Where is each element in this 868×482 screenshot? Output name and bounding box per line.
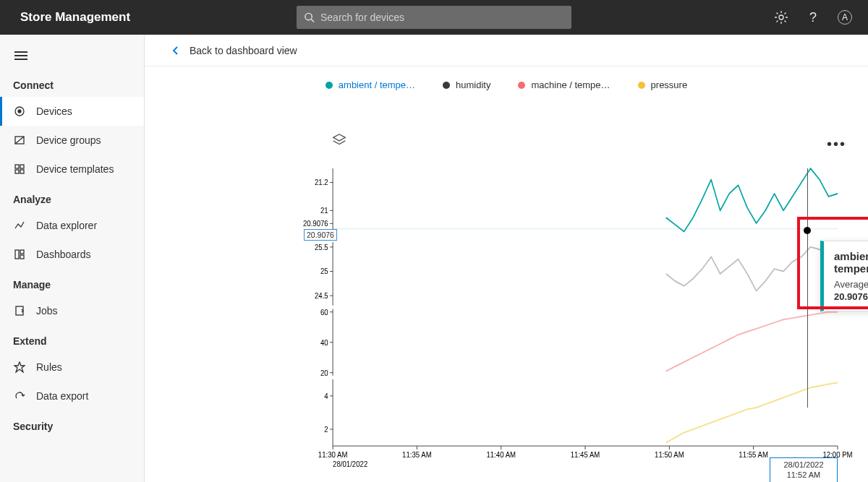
sidebar: Connect Devices Device groups Device tem… <box>0 35 145 482</box>
chart-layers-button[interactable] <box>331 132 347 151</box>
svg-text:21: 21 <box>320 205 328 215</box>
svg-marker-15 <box>14 362 25 372</box>
svg-rect-13 <box>20 255 24 259</box>
legend-item-machine[interactable]: machine / tempe… <box>518 79 610 90</box>
sidebar-item-label: Data explorer <box>36 220 97 231</box>
svg-text:21.2: 21.2 <box>315 177 328 186</box>
rules-icon <box>13 361 26 374</box>
groups-icon <box>13 134 26 147</box>
account-avatar[interactable]: A <box>838 10 852 25</box>
svg-text:11:55 AM: 11:55 AM <box>739 449 768 459</box>
svg-line-6 <box>15 137 24 144</box>
legend-item-pressure[interactable]: pressure <box>638 79 688 90</box>
chevron-left-icon <box>171 46 181 56</box>
sidebar-item-jobs[interactable]: Jobs <box>0 296 144 325</box>
search-icon <box>304 12 315 23</box>
svg-text:25: 25 <box>320 266 328 275</box>
svg-text:20: 20 <box>320 368 328 377</box>
svg-text:4: 4 <box>324 391 328 400</box>
sidebar-item-devices[interactable]: Devices <box>0 97 144 126</box>
svg-text:11:50 AM: 11:50 AM <box>655 449 684 459</box>
svg-rect-11 <box>15 250 19 259</box>
hamburger-icon[interactable] <box>0 42 144 69</box>
settings-icon[interactable] <box>774 10 788 25</box>
svg-text:20.9076: 20.9076 <box>303 218 328 228</box>
svg-text:40: 40 <box>320 337 328 347</box>
legend-item-humidity[interactable]: humidity <box>443 79 490 90</box>
sidebar-item-device-templates[interactable]: Device templates <box>0 155 144 184</box>
sidebar-item-data-export[interactable]: Data export <box>0 382 144 410</box>
x-cursor-tag: 28/01/2022 11:52 AM 28/01/2022 11:53 AM <box>770 457 838 482</box>
help-icon[interactable]: ? <box>806 10 820 25</box>
svg-point-4 <box>18 110 21 113</box>
back-link-label: Back to dashboard view <box>190 45 297 56</box>
svg-text:28/01/2022: 28/01/2022 <box>333 459 367 468</box>
svg-rect-8 <box>20 165 24 168</box>
svg-point-2 <box>779 15 783 20</box>
chart-area[interactable]: 21.22120.907625.52524.56040204211:30 AM1… <box>304 168 838 449</box>
explorer-icon <box>13 219 26 232</box>
svg-text:11:40 AM: 11:40 AM <box>486 449 516 459</box>
dashboards-icon <box>13 248 26 261</box>
y-cursor-tag: 20.9076 <box>304 229 337 241</box>
search-box[interactable] <box>297 6 571 29</box>
svg-text:11:30 AM: 11:30 AM <box>318 449 348 459</box>
chart-legend: ambient / tempe… humidity machine / temp… <box>145 66 868 93</box>
svg-rect-12 <box>20 250 24 254</box>
legend-item-ambient[interactable]: ambient / tempe… <box>326 79 415 90</box>
templates-icon <box>13 163 26 176</box>
svg-text:2: 2 <box>324 424 328 434</box>
sidebar-item-device-groups[interactable]: Device groups <box>0 126 144 155</box>
svg-text:11:35 AM: 11:35 AM <box>402 449 432 459</box>
sidebar-item-label: Device groups <box>36 134 101 146</box>
chart-more-icon[interactable]: ••• <box>827 136 846 152</box>
section-security: Security <box>0 410 144 438</box>
svg-text:25.5: 25.5 <box>315 242 328 251</box>
topbar-actions: ? A <box>774 10 868 25</box>
main-content: Back to dashboard view ambient / tempe… … <box>145 35 868 482</box>
svg-text:11:45 AM: 11:45 AM <box>571 449 600 459</box>
svg-line-1 <box>311 20 314 22</box>
devices-icon <box>13 105 26 118</box>
svg-point-0 <box>305 13 312 20</box>
svg-rect-10 <box>20 170 24 173</box>
sidebar-item-data-explorer[interactable]: Data explorer <box>0 211 144 240</box>
svg-rect-7 <box>15 165 19 168</box>
top-bar: Store Management ? A <box>0 0 868 35</box>
section-connect: Connect <box>0 69 144 97</box>
search-input[interactable] <box>320 12 564 23</box>
svg-rect-14 <box>16 306 23 315</box>
svg-marker-16 <box>333 134 346 141</box>
svg-rect-9 <box>15 170 19 173</box>
sidebar-item-label: Jobs <box>36 305 58 317</box>
section-analyze: Analyze <box>0 184 144 211</box>
jobs-icon <box>13 304 26 317</box>
svg-text:60: 60 <box>320 307 328 317</box>
svg-text:24.5: 24.5 <box>315 291 328 300</box>
app-title: Store Management <box>0 10 145 25</box>
sidebar-item-rules[interactable]: Rules <box>0 353 144 382</box>
sidebar-item-label: Device templates <box>36 163 114 175</box>
section-extend: Extend <box>0 325 144 353</box>
back-link[interactable]: Back to dashboard view <box>145 35 868 66</box>
sidebar-item-label: Dashboards <box>36 249 91 260</box>
sidebar-item-dashboards[interactable]: Dashboards <box>0 240 144 269</box>
sidebar-item-label: Rules <box>36 361 62 373</box>
annotation-highlight-box <box>797 217 868 309</box>
sidebar-item-label: Devices <box>36 106 72 117</box>
export-icon <box>13 390 26 403</box>
section-manage: Manage <box>0 269 144 296</box>
sidebar-item-label: Data export <box>36 390 88 402</box>
